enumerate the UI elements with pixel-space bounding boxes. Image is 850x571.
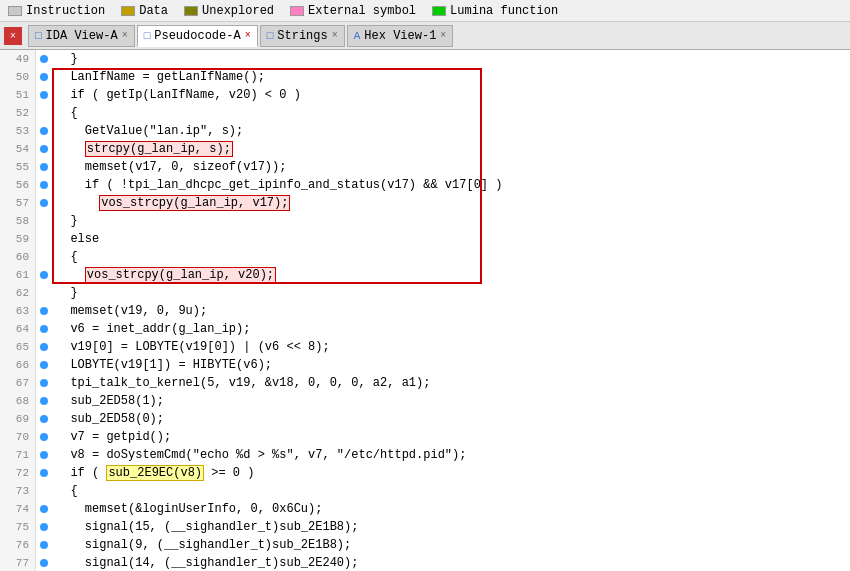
tab-ida-view-a[interactable]: □ IDA View-A × bbox=[28, 25, 135, 47]
legend-external-label: External symbol bbox=[308, 4, 416, 18]
code-text: vos_strcpy(g_lan_ip, v17); bbox=[52, 196, 850, 210]
highlight-red: strcpy(g_lan_ip, s); bbox=[85, 141, 233, 157]
code-text: { bbox=[52, 106, 850, 120]
breakpoint-dot[interactable] bbox=[36, 68, 52, 86]
code-text: v6 = inet_addr(g_lan_ip); bbox=[52, 322, 850, 336]
code-text: sub_2ED58(0); bbox=[52, 412, 850, 426]
code-text: signal(15, (__sighandler_t)sub_2E1B8); bbox=[52, 520, 850, 534]
line-number: 55 bbox=[0, 158, 36, 176]
tab-strings[interactable]: □ Strings × bbox=[260, 25, 345, 47]
breakpoint-dot[interactable] bbox=[36, 248, 52, 266]
breakpoint-dot[interactable] bbox=[36, 374, 52, 392]
breakpoint-dot[interactable] bbox=[36, 518, 52, 536]
breakpoint-dot[interactable] bbox=[36, 392, 52, 410]
legend-data-dot bbox=[121, 6, 135, 16]
line-number: 77 bbox=[0, 554, 36, 571]
breakpoint-dot[interactable] bbox=[36, 140, 52, 158]
code-text: } bbox=[52, 52, 850, 66]
tab-hex-view[interactable]: A Hex View-1 × bbox=[347, 25, 454, 47]
code-text: } bbox=[52, 286, 850, 300]
table-row: 55 memset(v17, 0, sizeof(v17)); bbox=[0, 158, 850, 176]
table-row: 76 signal(9, (__sighandler_t)sub_2E1B8); bbox=[0, 536, 850, 554]
code-text: if ( sub_2E9EC(v8) >= 0 ) bbox=[52, 466, 850, 480]
line-number: 58 bbox=[0, 212, 36, 230]
line-number: 68 bbox=[0, 392, 36, 410]
tab-strings-label: Strings bbox=[277, 29, 327, 43]
breakpoint-dot[interactable] bbox=[36, 194, 52, 212]
breakpoint-dot[interactable] bbox=[36, 482, 52, 500]
breakpoint-dot[interactable] bbox=[36, 356, 52, 374]
code-text: else bbox=[52, 232, 850, 246]
tab-hex-close[interactable]: × bbox=[440, 30, 446, 41]
line-number: 69 bbox=[0, 410, 36, 428]
legend-data: Data bbox=[121, 4, 168, 18]
legend-unexplored: Unexplored bbox=[184, 4, 274, 18]
code-text: { bbox=[52, 250, 850, 264]
breakpoint-dot[interactable] bbox=[36, 464, 52, 482]
table-row: 57 vos_strcpy(g_lan_ip, v17); bbox=[0, 194, 850, 212]
breakpoint-dot[interactable] bbox=[36, 284, 52, 302]
legend-unexplored-dot bbox=[184, 6, 198, 16]
table-row: 54 strcpy(g_lan_ip, s); bbox=[0, 140, 850, 158]
window-close-button[interactable]: × bbox=[4, 27, 22, 45]
tab-strings-close[interactable]: × bbox=[332, 30, 338, 41]
table-row: 75 signal(15, (__sighandler_t)sub_2E1B8)… bbox=[0, 518, 850, 536]
legend-unexplored-label: Unexplored bbox=[202, 4, 274, 18]
table-row: 74 memset(&loginUserInfo, 0, 0x6Cu); bbox=[0, 500, 850, 518]
table-row: 64 v6 = inet_addr(g_lan_ip); bbox=[0, 320, 850, 338]
highlight-yellow: sub_2E9EC(v8) bbox=[106, 465, 204, 481]
tab-ida-close[interactable]: × bbox=[122, 30, 128, 41]
breakpoint-dot[interactable] bbox=[36, 536, 52, 554]
table-row: 51 if ( getIp(LanIfName, v20) < 0 ) bbox=[0, 86, 850, 104]
code-text: signal(14, (__sighandler_t)sub_2E240); bbox=[52, 556, 850, 570]
breakpoint-dot[interactable] bbox=[36, 338, 52, 356]
code-text: tpi_talk_to_kernel(5, v19, &v18, 0, 0, 0… bbox=[52, 376, 850, 390]
line-number: 64 bbox=[0, 320, 36, 338]
breakpoint-dot[interactable] bbox=[36, 500, 52, 518]
line-number: 71 bbox=[0, 446, 36, 464]
line-number: 57 bbox=[0, 194, 36, 212]
line-number: 76 bbox=[0, 536, 36, 554]
line-number: 59 bbox=[0, 230, 36, 248]
legend-external-dot bbox=[290, 6, 304, 16]
breakpoint-dot[interactable] bbox=[36, 86, 52, 104]
breakpoint-dot[interactable] bbox=[36, 266, 52, 284]
code-text: sub_2ED58(1); bbox=[52, 394, 850, 408]
breakpoint-dot[interactable] bbox=[36, 554, 52, 571]
breakpoint-dot[interactable] bbox=[36, 104, 52, 122]
tab-pseudo-close[interactable]: × bbox=[245, 30, 251, 41]
line-number: 61 bbox=[0, 266, 36, 284]
code-text: GetValue("lan.ip", s); bbox=[52, 124, 850, 138]
breakpoint-dot[interactable] bbox=[36, 428, 52, 446]
table-row: 60 { bbox=[0, 248, 850, 266]
code-area: 49 }50 LanIfName = getLanIfName();51 if … bbox=[0, 50, 850, 571]
line-number: 62 bbox=[0, 284, 36, 302]
tab-strings-icon: □ bbox=[267, 30, 274, 42]
breakpoint-dot[interactable] bbox=[36, 302, 52, 320]
breakpoint-dot[interactable] bbox=[36, 122, 52, 140]
legend-lumina: Lumina function bbox=[432, 4, 558, 18]
table-row: 70 v7 = getpid(); bbox=[0, 428, 850, 446]
code-text: { bbox=[52, 484, 850, 498]
tab-ida-label: IDA View-A bbox=[46, 29, 118, 43]
breakpoint-dot[interactable] bbox=[36, 410, 52, 428]
table-row: 65 v19[0] = LOBYTE(v19[0]) | (v6 << 8); bbox=[0, 338, 850, 356]
legend-instruction-dot bbox=[8, 6, 22, 16]
line-number: 49 bbox=[0, 50, 36, 68]
line-number: 66 bbox=[0, 356, 36, 374]
line-number: 70 bbox=[0, 428, 36, 446]
breakpoint-dot[interactable] bbox=[36, 176, 52, 194]
line-number: 56 bbox=[0, 176, 36, 194]
breakpoint-dot[interactable] bbox=[36, 50, 52, 68]
tab-pseudocode-a[interactable]: □ Pseudocode-A × bbox=[137, 25, 258, 47]
code-text: memset(v19, 0, 9u); bbox=[52, 304, 850, 318]
breakpoint-dot[interactable] bbox=[36, 212, 52, 230]
tab-pseudo-label: Pseudocode-A bbox=[154, 29, 240, 43]
breakpoint-dot[interactable] bbox=[36, 446, 52, 464]
highlight-red: vos_strcpy(g_lan_ip, v17); bbox=[99, 195, 290, 211]
breakpoint-dot[interactable] bbox=[36, 158, 52, 176]
line-number: 53 bbox=[0, 122, 36, 140]
breakpoint-dot[interactable] bbox=[36, 230, 52, 248]
code-text: memset(&loginUserInfo, 0, 0x6Cu); bbox=[52, 502, 850, 516]
breakpoint-dot[interactable] bbox=[36, 320, 52, 338]
